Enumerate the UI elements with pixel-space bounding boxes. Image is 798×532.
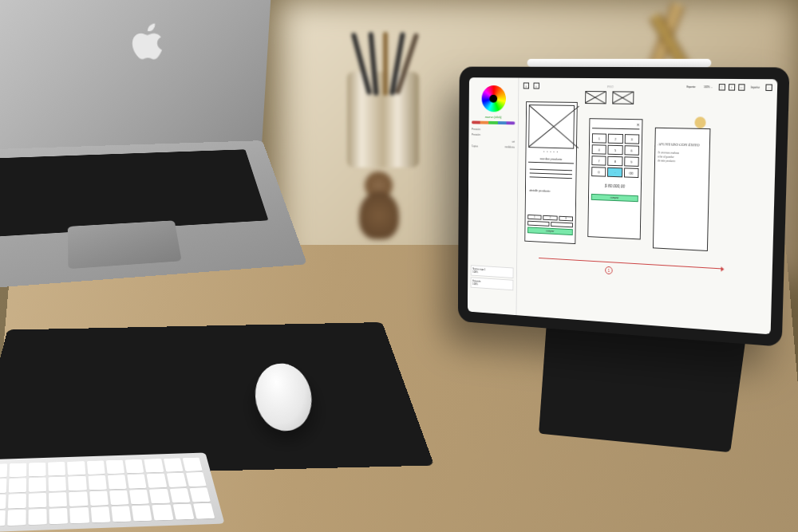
pen-holder [347, 72, 419, 167]
layer-item[interactable]: Estación 100% [471, 277, 514, 290]
keypad-key: 2 [608, 134, 623, 144]
amount-display: $ 80.000,00 [591, 183, 638, 189]
layer-item[interactable]: Nueva capa 1 100% [471, 265, 514, 278]
image-placeholder [528, 104, 575, 148]
setting-label: Precisión [472, 133, 480, 137]
product-detail-label: detalle producto [528, 187, 574, 195]
export-button[interactable]: Exportar [684, 85, 697, 89]
keypad-key: 6 [624, 145, 639, 156]
app-sidebar: muevo (click) Precisión Precisión [468, 77, 519, 315]
keypad-key: · [607, 167, 622, 178]
wireframe-keypad[interactable]: ✕ 1 2 3 4 5 6 7 8 9 [587, 118, 642, 239]
tablet-screen: muevo (click) Precisión Precisión [468, 77, 777, 334]
import-button[interactable]: Importar [748, 85, 762, 89]
emoji-icon [694, 116, 705, 128]
toolbar-icon[interactable]: ⬚ [718, 84, 725, 90]
keypad-key: 0 [591, 167, 606, 177]
number-keypad: 1 2 3 4 5 6 7 8 9 0 · ⌫ [591, 133, 639, 178]
keypad-key: 4 [592, 144, 606, 154]
workspace-scene: muevo (click) Precisión Precisión [0, 0, 798, 532]
keypad-key: 8 [608, 156, 623, 167]
buy-button: comprar [591, 194, 638, 202]
apple-pencil [527, 59, 712, 67]
add-icon[interactable]: + [533, 83, 539, 89]
laptop-trackpad [68, 220, 182, 269]
close-icon: ✕ [637, 122, 640, 127]
pro-badge: PRO [607, 85, 614, 89]
wireframe-success[interactable]: APUNTADO CON ÉXITO Te veremos mañana a l… [653, 128, 710, 251]
apple-logo-icon [125, 21, 169, 71]
laptop-base [0, 140, 307, 293]
decorative-figure [347, 167, 411, 247]
success-title: APUNTADO CON ÉXITO [658, 142, 707, 148]
wireframe-product-detail[interactable]: • • • • • nombre producto detalle produc… [524, 101, 577, 244]
wireframes-row: • • • • • nombre producto detalle produc… [524, 101, 768, 254]
success-text: Te veremos mañana a las al guardar de es… [658, 151, 707, 164]
color-label: muevo (click) [472, 115, 515, 120]
option-button [551, 222, 573, 227]
option-button: 3 [559, 216, 573, 222]
design-app: muevo (click) Precisión Precisión [468, 77, 777, 334]
home-icon[interactable]: ⌂ [523, 82, 529, 89]
buy-button: comprar [527, 227, 573, 235]
mousepad [0, 322, 434, 477]
keypad-key: 7 [591, 156, 606, 166]
macbook [0, 0, 354, 291]
keypad-key-delete: ⌫ [624, 167, 639, 178]
option-button: 2 [543, 215, 558, 221]
toolbar-add-icon[interactable]: + [729, 84, 735, 90]
keypad-key: 5 [608, 145, 623, 156]
setting-value: mediduras [504, 146, 515, 151]
zoom-value[interactable]: 100% ⌄ [701, 85, 716, 89]
app-topbar: ⌂ + PRO Exportar 100% ⌄ ⬚ + — Importar ↓ [519, 80, 777, 93]
setting-value: set [512, 140, 515, 144]
flow-step-number: 1 [605, 266, 613, 274]
app-canvas[interactable]: ⌂ + PRO Exportar 100% ⌄ ⬚ + — Importar ↓ [516, 78, 777, 335]
toolbar-more-icon[interactable]: — [738, 84, 745, 90]
keypad-key: 1 [592, 133, 606, 143]
flow-arrow [539, 258, 721, 269]
setting-label: Copias [472, 145, 478, 149]
external-keyboard [0, 453, 225, 532]
keypad-key: 3 [624, 134, 639, 144]
layers-panel: Nueva capa 1 100% Estación 100% [471, 263, 514, 292]
keypad-key: 9 [624, 156, 639, 167]
sidebar-settings: Precisión Precisión set Copias mediduras [472, 127, 515, 151]
option-button: 1 [527, 215, 542, 220]
color-wheel[interactable] [481, 85, 506, 112]
option-button [527, 221, 549, 227]
download-icon[interactable]: ↓ [765, 85, 772, 92]
ipad: muevo (click) Precisión Precisión [458, 67, 790, 347]
color-palette[interactable] [472, 120, 515, 124]
